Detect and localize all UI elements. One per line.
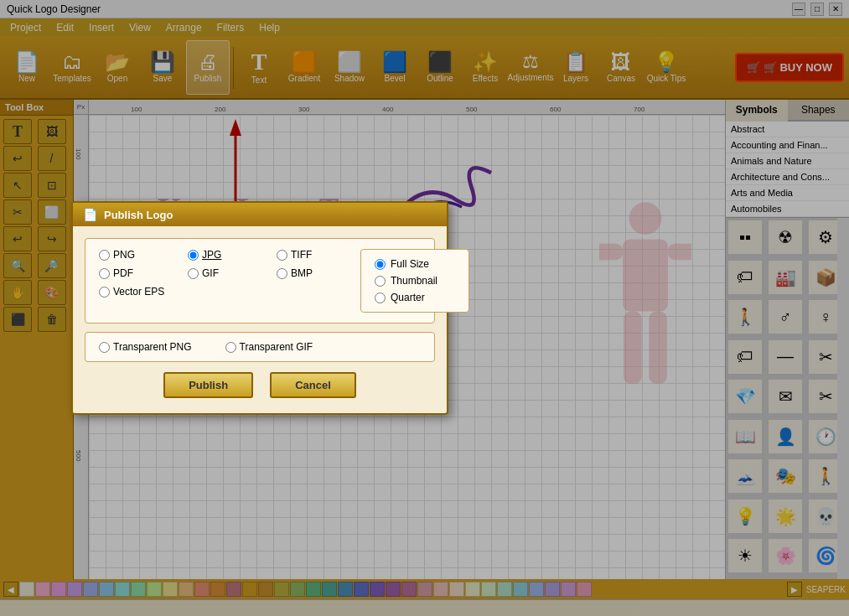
radio-trans-png-input[interactable] — [99, 342, 110, 353]
format-section: PNG JPG TIFF PDF — [85, 238, 435, 324]
radio-bmp-input[interactable] — [277, 268, 287, 279]
radio-thumbnail[interactable] — [375, 276, 386, 287]
dialog-header: Publish Logo — [73, 203, 447, 226]
radio-jpg-input[interactable] — [188, 250, 199, 261]
radio-gif-input[interactable] — [188, 268, 199, 279]
format-row-3: Vector EPS — [99, 286, 352, 298]
size-section: Full Size Thumbnail Quarter — [360, 249, 469, 313]
dialog-title: Publish Logo — [104, 209, 173, 221]
radio-transparent-png[interactable]: Transparent PNG — [99, 341, 192, 353]
size-full[interactable]: Full Size — [375, 258, 455, 270]
radio-jpg[interactable]: JPG — [188, 249, 263, 261]
radio-eps-input[interactable] — [99, 287, 110, 298]
transparent-section: Transparent PNG Transparent GIF — [85, 332, 435, 362]
format-options: PNG JPG TIFF PDF — [99, 249, 352, 313]
radio-png-input[interactable] — [99, 250, 110, 261]
radio-quarter[interactable] — [375, 292, 386, 303]
modal-overlay: Publish Logo PNG JPG — [0, 0, 849, 616]
radio-vector-eps[interactable]: Vector EPS — [99, 286, 174, 298]
format-row-1: PNG JPG TIFF — [99, 249, 352, 261]
size-thumbnail[interactable]: Thumbnail — [375, 275, 455, 287]
radio-png[interactable]: PNG — [99, 249, 174, 261]
radio-trans-gif-input[interactable] — [225, 342, 236, 353]
radio-gif[interactable]: GIF — [188, 267, 263, 279]
format-row-2: PDF GIF BMP — [99, 267, 352, 279]
radio-full-size[interactable] — [375, 259, 386, 270]
publish-dialog: Publish Logo PNG JPG — [71, 201, 448, 415]
radio-bmp[interactable]: BMP — [277, 267, 352, 279]
radio-pdf[interactable]: PDF — [99, 267, 174, 279]
size-quarter[interactable]: Quarter — [375, 292, 455, 303]
dialog-publish-button[interactable]: Publish — [163, 372, 253, 398]
dialog-cancel-button[interactable]: Cancel — [270, 372, 356, 398]
dialog-buttons: Publish Cancel — [85, 372, 435, 401]
radio-transparent-gif[interactable]: Transparent GIF — [225, 341, 313, 353]
dialog-body: PNG JPG TIFF PDF — [73, 226, 447, 413]
radio-pdf-input[interactable] — [99, 268, 110, 279]
radio-tiff[interactable]: TIFF — [277, 249, 352, 261]
radio-tiff-input[interactable] — [277, 250, 287, 261]
